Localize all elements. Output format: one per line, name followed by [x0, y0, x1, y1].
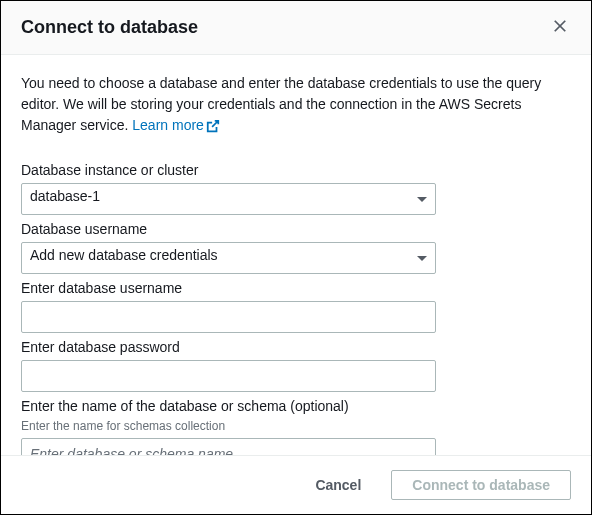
schema-input[interactable] [21, 438, 436, 455]
cancel-button[interactable]: Cancel [295, 470, 381, 500]
db-username-select[interactable]: Add new database credentials [21, 242, 436, 274]
close-icon [553, 19, 567, 36]
field-schema: Enter the name of the database or schema… [21, 398, 571, 455]
dialog-title: Connect to database [21, 17, 198, 38]
enter-username-input[interactable] [21, 301, 436, 333]
schema-hint: Enter the name for schemas collection [21, 419, 571, 433]
close-button[interactable] [549, 15, 571, 40]
enter-username-label: Enter database username [21, 280, 571, 296]
connect-button[interactable]: Connect to database [391, 470, 571, 500]
field-instance: Database instance or cluster database-1 [21, 162, 571, 215]
intro-text-content: You need to choose a database and enter … [21, 75, 541, 133]
dialog-body: You need to choose a database and enter … [1, 55, 591, 455]
instance-label: Database instance or cluster [21, 162, 571, 178]
external-link-icon [206, 119, 220, 133]
instance-select-wrap: database-1 [21, 183, 436, 215]
db-username-select-label: Database username [21, 221, 571, 237]
enter-password-input[interactable] [21, 360, 436, 392]
field-enter-password: Enter database password [21, 339, 571, 392]
db-username-select-wrap: Add new database credentials [21, 242, 436, 274]
field-db-username-select: Database username Add new database crede… [21, 221, 571, 274]
dialog-header: Connect to database [1, 1, 591, 55]
enter-password-label: Enter database password [21, 339, 571, 355]
dialog-footer: Cancel Connect to database [1, 455, 591, 514]
schema-label: Enter the name of the database or schema… [21, 398, 571, 414]
learn-more-label: Learn more [132, 117, 204, 133]
instance-select[interactable]: database-1 [21, 183, 436, 215]
learn-more-link[interactable]: Learn more [132, 117, 220, 133]
intro-text: You need to choose a database and enter … [21, 73, 571, 136]
field-enter-username: Enter database username [21, 280, 571, 333]
